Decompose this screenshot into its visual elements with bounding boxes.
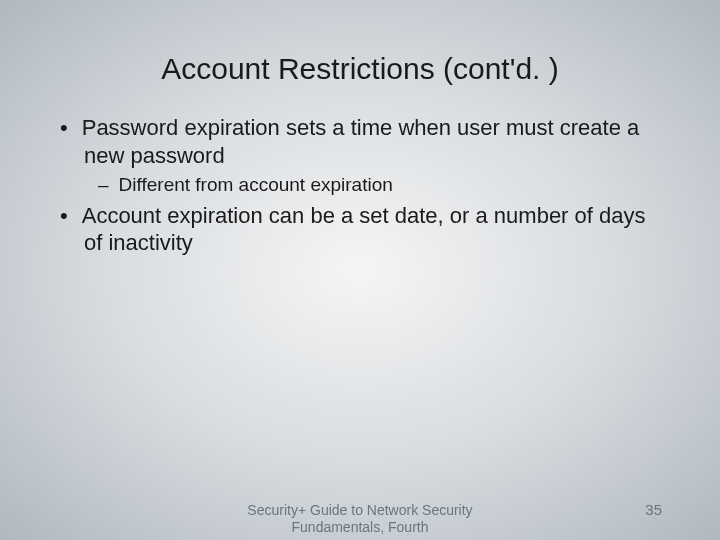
page-number: 35 [645, 501, 662, 518]
bullet-level2: Different from account expiration [98, 173, 660, 198]
footer-text: Security+ Guide to Network Security Fund… [230, 502, 490, 536]
slide: Account Restrictions (cont'd. ) Password… [0, 0, 720, 540]
bullet-level1: Password expiration sets a time when use… [60, 114, 660, 169]
slide-title: Account Restrictions (cont'd. ) [0, 0, 720, 114]
bullet-level1: Account expiration can be a set date, or… [60, 202, 660, 257]
slide-footer: Security+ Guide to Network Security Fund… [0, 502, 720, 540]
slide-content: Password expiration sets a time when use… [0, 114, 720, 257]
